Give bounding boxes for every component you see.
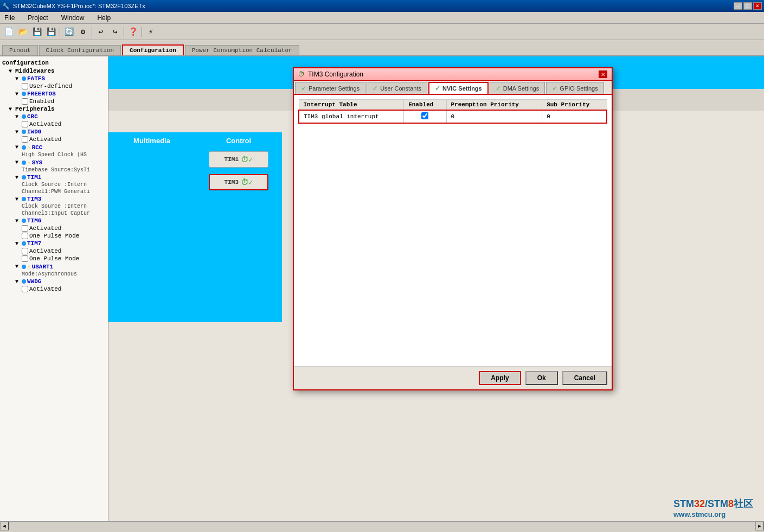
wwdg-dot <box>22 279 26 284</box>
dialog-tab-nvic[interactable]: ✓ NVIC Settings <box>428 82 489 94</box>
tree-item-tim7[interactable]: ▼ TIM7 <box>0 240 108 247</box>
canvas-multimedia: Multimedia <box>108 132 195 322</box>
freertos-enabled-check[interactable] <box>22 98 28 105</box>
tree-item-tim7-opm: One Pulse Mode <box>0 255 108 262</box>
tree-item-sys-timebase: Timebase Source:SysTi <box>0 166 108 174</box>
tree-item-rcc[interactable]: ▼ ⚠ RCC <box>0 143 108 151</box>
tree-item-wwdg-activated: Activated <box>0 285 108 293</box>
dialog-tabs: ✓ Parameter Settings ✓ User Constants ✓ … <box>294 81 612 95</box>
iwdg-label[interactable]: IWDG <box>27 129 41 135</box>
freertos-label[interactable]: FREERTOS <box>27 91 56 97</box>
cancel-button[interactable]: Cancel <box>562 371 607 385</box>
toolbar-redo[interactable]: ↪ <box>108 25 121 39</box>
hscroll-bar: ◄ ► <box>0 521 764 530</box>
tab-configuration[interactable]: Configuration <box>122 44 184 55</box>
toolbar-refresh[interactable]: 🔄 <box>62 25 75 39</box>
dialog-title-bar: ⏱ TIM3 Configuration ✕ <box>294 68 612 81</box>
tim3-button[interactable]: TIM3 ⏱✓ <box>209 174 268 190</box>
left-panel: Configuration ▼ MiddleWares ▼ FATFS User… <box>0 56 108 521</box>
tim7-opm-check[interactable] <box>22 255 28 262</box>
menu-help[interactable]: Help <box>95 13 113 23</box>
dma-check-icon: ✓ <box>496 85 501 92</box>
fatfs-label[interactable]: FATFS <box>27 75 45 82</box>
tim6-opm-check[interactable] <box>22 233 28 239</box>
maximize-button[interactable]: □ <box>743 2 752 10</box>
param-check-icon: ✓ <box>301 85 306 92</box>
tree-item-tim6[interactable]: ▼ TIM6 <box>0 217 108 225</box>
nvic-header-preemption: Preemption Priority <box>446 100 542 111</box>
tree-item-middlewares[interactable]: ▼ MiddleWares <box>0 67 108 75</box>
dialog-tab-gpio[interactable]: ✓ GPIO Settings <box>546 82 604 94</box>
dialog-tab-user[interactable]: ✓ User Constants <box>367 82 427 94</box>
toolbar-open[interactable]: 📂 <box>16 25 29 39</box>
tim1-button[interactable]: TIM1 ⏱✓ <box>209 151 268 168</box>
tim7-activated-check[interactable] <box>22 248 28 254</box>
dialog-tab-param[interactable]: ✓ Parameter Settings <box>295 82 365 94</box>
toolbar-save[interactable]: 💾 <box>30 25 43 39</box>
crc-label[interactable]: CRC <box>27 113 38 120</box>
tree-item-crc[interactable]: ▼ CRC <box>0 113 108 120</box>
scroll-left-btn[interactable]: ◄ <box>0 522 9 530</box>
dialog-tab-dma[interactable]: ✓ DMA Settings <box>490 82 545 94</box>
tree-item-fatfs[interactable]: ▼ FATFS <box>0 75 108 82</box>
apply-button[interactable]: Apply <box>479 371 521 385</box>
sys-dot <box>22 161 26 165</box>
tree-item-freertos[interactable]: ▼ FREERTOS <box>0 90 108 98</box>
tim6-activated-check[interactable] <box>22 225 28 232</box>
tim3-clock-icon: ⏱✓ <box>241 178 253 187</box>
tree-item-sys[interactable]: ▼ ⚠ SYS <box>0 158 108 166</box>
nvic-tim3-enabled-check[interactable] <box>421 112 428 119</box>
menu-window[interactable]: Window <box>59 13 87 23</box>
rcc-hsc-label: High Speed Clock (HS <box>22 152 87 158</box>
toolbar-settings[interactable]: ⚙️ <box>76 25 89 39</box>
dialog-close-button[interactable]: ✕ <box>599 70 607 78</box>
tree-item-freertos-enabled: Enabled <box>0 98 108 105</box>
tim6-label[interactable]: TIM6 <box>27 217 41 224</box>
wwdg-activated-check[interactable] <box>22 286 28 292</box>
hscrollbar-track[interactable] <box>10 524 754 528</box>
minimize-button[interactable]: ─ <box>734 2 742 10</box>
fatfs-userdefined-check[interactable] <box>22 83 28 89</box>
tree-item-iwdg[interactable]: ▼ IWDG <box>0 128 108 136</box>
close-button[interactable]: ✕ <box>753 2 762 10</box>
usart1-label[interactable]: USART1 <box>32 264 54 270</box>
wwdg-activated-label: Activated <box>29 286 61 292</box>
tree-item-wwdg[interactable]: ▼ WWDG <box>0 278 108 285</box>
wwdg-label[interactable]: WWDG <box>27 278 41 285</box>
toolbar-save2[interactable]: 💾 <box>44 25 57 39</box>
title-bar-title: 🔧 STM32CubeMX YS-F1Pro.ioc*: STM32F103ZE… <box>2 3 145 10</box>
tim1-label[interactable]: TIM1 <box>27 174 41 181</box>
freertos-enabled-label: Enabled <box>29 98 54 105</box>
tree-item-tim3-clock: Clock Source :Intern <box>0 203 108 210</box>
tree-item-usart1[interactable]: ▼ ⚠ USART1 <box>0 262 108 271</box>
nvic-tim3-sub: 0 <box>542 110 607 123</box>
crc-activated-check[interactable] <box>22 121 28 127</box>
tim3-dialog: ⏱ TIM3 Configuration ✕ ✓ Parameter Setti… <box>293 67 613 390</box>
tree-item-iwdg-activated: Activated <box>0 136 108 143</box>
tim7-label[interactable]: TIM7 <box>27 240 41 247</box>
scroll-right-btn[interactable]: ► <box>755 522 764 530</box>
title-bar-controls: ─ □ ✕ <box>734 2 762 10</box>
dialog-title: TIM3 Configuration <box>308 70 363 78</box>
toolbar-new[interactable]: 📄 <box>2 25 15 39</box>
tab-pinout[interactable]: Pinout <box>2 45 38 55</box>
tim6-activated-label: Activated <box>29 225 61 232</box>
tim3-ch3-label: Channel3:Input Captur <box>22 210 90 216</box>
dma-tab-label: DMA Settings <box>503 85 540 92</box>
menu-project[interactable]: Project <box>25 13 50 23</box>
toolbar-help[interactable]: ❓ <box>126 25 139 39</box>
ok-button[interactable]: Ok <box>525 371 558 385</box>
tree-item-tim3[interactable]: ▼ TIM3 <box>0 195 108 203</box>
iwdg-activated-check[interactable] <box>22 136 28 143</box>
toolbar-generate[interactable]: ⚡ <box>144 25 157 39</box>
tree-item-peripherals[interactable]: ▼ Peripherals <box>0 105 108 113</box>
toolbar-undo[interactable]: ↩ <box>94 25 107 39</box>
sys-label[interactable]: SYS <box>32 159 43 166</box>
tab-power[interactable]: Power Consumption Calculator <box>185 45 299 55</box>
tree-item-tim1[interactable]: ▼ TIM1 <box>0 174 108 181</box>
tab-clock[interactable]: Clock Configuration <box>39 45 121 55</box>
tim3-label[interactable]: TIM3 <box>27 196 41 202</box>
rcc-label[interactable]: RCC <box>32 144 43 151</box>
menu-file[interactable]: File <box>2 13 17 23</box>
fatfs-dot <box>22 76 26 81</box>
